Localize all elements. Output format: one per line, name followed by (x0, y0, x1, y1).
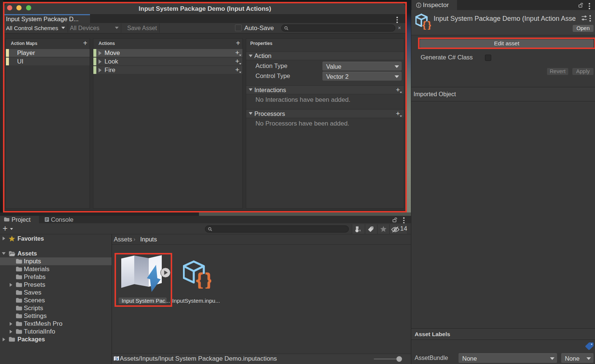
svg-text:{}: {} (196, 270, 211, 289)
svg-text:{}: {} (422, 20, 431, 30)
